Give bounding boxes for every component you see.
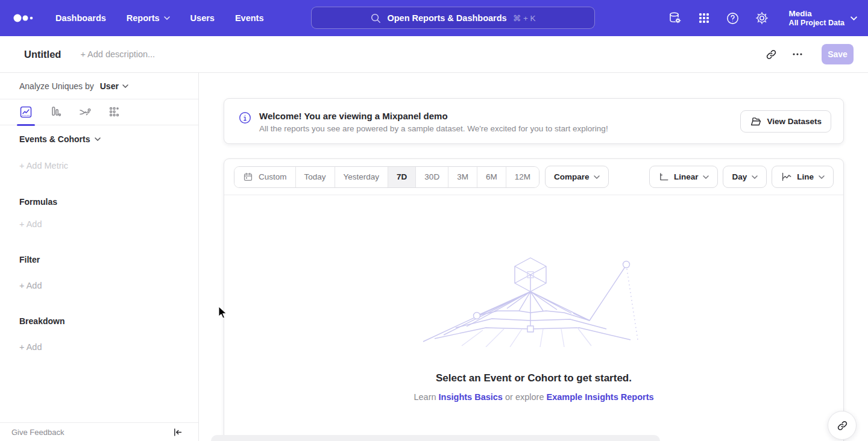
calendar-icon [243,172,253,182]
linear-axis-icon [658,172,669,182]
welcome-banner: Welcome! You are viewing a Mixpanel demo… [224,98,844,144]
range-3m[interactable]: 3M [448,167,477,187]
banner-text: Welcome! You are viewing a Mixpanel demo… [259,110,608,133]
nav-item-dashboards[interactable]: Dashboards [55,13,106,23]
top-nav: Dashboards Reports Users Events Open Rep… [0,0,868,36]
add-description-field[interactable]: + Add description... [80,49,155,59]
ellipsis-icon [792,49,803,60]
chevron-down-icon [594,175,600,179]
range-12m[interactable]: 12M [506,167,539,187]
view-datasets-label: View Datasets [767,117,822,126]
events-cohorts-label: Events & Cohorts [19,134,90,144]
nav-item-events[interactable]: Events [235,13,264,23]
tab-bar-chart[interactable] [48,104,63,120]
empty-state-subtitle: Learn Insights Basics or explore Example… [224,392,843,402]
range-label: 6M [486,172,497,181]
chevron-down-icon [819,175,825,179]
range-label: 30D [424,172,439,181]
project-text: Media All Project Data [789,8,844,28]
add-formula-button[interactable]: + Add [19,219,42,229]
save-button[interactable]: Save [822,44,854,64]
more-options-button[interactable] [787,43,808,65]
project-switcher[interactable]: Media All Project Data [789,8,857,28]
flows-icon [78,105,92,119]
range-7d[interactable]: 7D [388,167,415,187]
insights-basics-link[interactable]: Insights Basics [439,392,503,402]
compare-label: Compare [554,172,590,181]
analyze-row: Analyze Uniques by User [0,73,198,99]
view-datasets-button[interactable]: View Datasets [740,110,831,133]
give-feedback-link[interactable]: Give Feedback [11,428,64,437]
empty-sub-middle: or explore [505,392,544,402]
range-label: Yesterday [344,172,380,181]
collapse-left-icon [172,427,183,437]
date-range-segments: Custom Today Yesterday 7D 30D 3M 6M 12M [234,166,539,188]
line-chart-icon [19,105,33,119]
share-link-fab[interactable] [828,411,857,440]
nav-item-reports[interactable]: Reports [127,13,170,23]
tab-insights[interactable] [18,104,34,120]
tab-retention[interactable] [107,104,122,120]
chevron-down-icon [752,175,758,179]
range-30d[interactable]: 30D [415,167,448,187]
filter-label: Filter [19,255,40,264]
range-label: 7D [397,172,407,181]
empty-state-title: Select an Event or Cohort to get started… [224,372,843,384]
search-label: Open Reports & Dashboards [387,13,506,23]
nav-item-label: Events [235,13,264,23]
add-breakdown-button[interactable]: + Add [19,342,42,352]
add-metric-button[interactable]: + Add Metric [19,161,68,170]
analyze-value: User [100,81,119,91]
scale-label: Linear [674,172,699,181]
range-label: 3M [457,172,468,181]
data-management-icon[interactable] [668,11,682,25]
bottom-panel-edge[interactable] [211,435,660,441]
report-header-actions: Save [760,43,854,65]
metric-type-tabs [0,99,198,125]
nav-item-users[interactable]: Users [190,13,215,23]
copy-link-button[interactable] [760,43,782,65]
scale-selector[interactable]: Linear [649,166,719,188]
range-yesterday[interactable]: Yesterday [335,167,388,187]
global-search[interactable]: Open Reports & Dashboards ⌘ + K [311,7,595,29]
compare-button[interactable]: Compare [545,166,609,188]
range-custom[interactable]: Custom [234,167,295,187]
range-today[interactable]: Today [295,167,335,187]
apps-grid-icon[interactable] [697,11,711,25]
filter-section: Filter [19,255,40,264]
link-icon [837,420,848,431]
example-reports-link[interactable]: Example Insights Reports [546,392,653,402]
banner-subtitle: All the reports you see are powered by a… [259,124,608,133]
breakdown-label: Breakdown [19,316,64,326]
folder-open-icon [750,116,761,127]
search-icon [370,13,381,23]
chart-type-selector[interactable]: Line [772,166,834,188]
range-label: Custom [259,172,287,181]
collapse-sidebar-button[interactable] [172,427,183,437]
mixpanel-logo[interactable] [13,13,34,23]
empty-state: Select an Event or Cohort to get started… [224,255,843,402]
insights-report-card: Custom Today Yesterday 7D 30D 3M 6M 12M … [224,158,844,441]
bar-chart-icon [48,105,63,119]
chart-type-label: Line [797,172,814,181]
help-icon[interactable] [726,11,740,25]
report-title[interactable]: Untitled [24,49,61,60]
sidebar-footer: Give Feedback [0,422,198,441]
settings-gear-icon[interactable] [755,11,769,25]
line-chart-type-icon [781,172,792,182]
add-filter-button[interactable]: + Add [19,281,42,290]
report-header: Untitled + Add description... Save [0,36,868,73]
events-cohorts-section[interactable]: Events & Cohorts [19,134,101,144]
analyze-by-selector[interactable]: User [100,81,128,91]
formulas-section: Formulas [19,197,57,207]
main-content: Welcome! You are viewing a Mixpanel demo… [199,73,868,441]
tab-flows[interactable] [77,104,93,120]
analyze-prefix: Analyze Uniques by [19,81,94,91]
chevron-down-icon [164,16,170,20]
banner-title: Welcome! You are viewing a Mixpanel demo [259,110,608,122]
interval-selector[interactable]: Day [723,166,767,188]
mixpanel-logo-icon [13,13,34,23]
top-nav-right: Media All Project Data [668,0,857,36]
breakdown-section: Breakdown [19,316,64,326]
range-6m[interactable]: 6M [477,167,506,187]
